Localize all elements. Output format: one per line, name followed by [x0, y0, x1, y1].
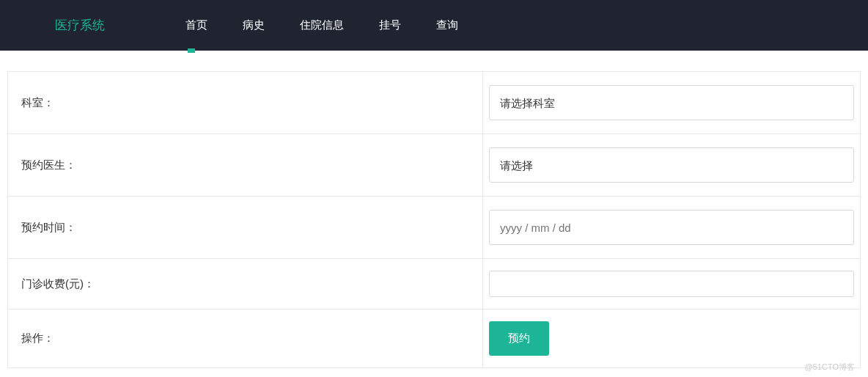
cell-action: 预约	[483, 310, 860, 367]
row-action: 操作： 预约	[7, 309, 861, 368]
select-department[interactable]: 请选择科室	[489, 85, 854, 120]
row-time: 预约时间：	[7, 196, 861, 258]
nav-query[interactable]: 查询	[436, 18, 458, 32]
nav-hospitalization[interactable]: 住院信息	[300, 18, 344, 32]
watermark: @51CTO博客	[805, 362, 855, 368]
nav-home[interactable]: 首页	[185, 18, 207, 32]
label-action: 操作：	[8, 310, 483, 367]
label-department: 科室：	[8, 72, 483, 133]
nav-history[interactable]: 病史	[243, 18, 265, 32]
row-department: 科室： 请选择科室	[7, 71, 861, 133]
appointment-form: 科室： 请选择科室 预约医生： 请选择 预约时间： 门诊收费(元)： 操作： 预…	[7, 71, 861, 368]
cell-time	[483, 197, 860, 258]
brand-logo[interactable]: 医疗系统	[55, 17, 105, 34]
submit-button[interactable]: 预约	[489, 321, 549, 356]
cell-doctor: 请选择	[483, 134, 860, 196]
nav-registration[interactable]: 挂号	[379, 18, 401, 32]
input-time[interactable]	[489, 210, 854, 245]
select-doctor[interactable]: 请选择	[489, 147, 854, 183]
active-tab-indicator	[188, 48, 195, 53]
navbar: 医疗系统 首页 病史 住院信息 挂号 查询	[0, 0, 868, 51]
label-doctor: 预约医生：	[8, 134, 483, 196]
nav-items: 首页 病史 住院信息 挂号 查询	[185, 18, 458, 32]
label-fee: 门诊收费(元)：	[8, 259, 483, 309]
cell-department: 请选择科室	[483, 72, 860, 133]
label-time: 预约时间：	[8, 197, 483, 258]
row-fee: 门诊收费(元)：	[7, 258, 861, 309]
row-doctor: 预约医生： 请选择	[7, 133, 861, 196]
cell-fee	[483, 259, 860, 309]
input-fee[interactable]	[489, 271, 854, 297]
